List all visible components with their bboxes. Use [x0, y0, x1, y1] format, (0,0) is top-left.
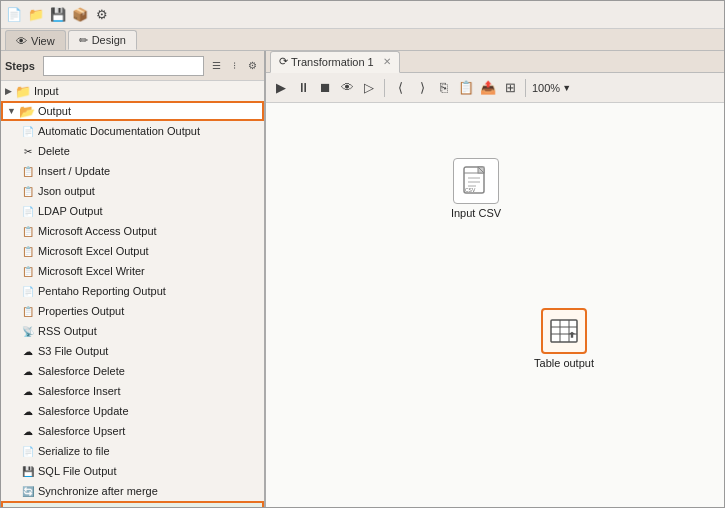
toolbar-save-icon[interactable]: 💾: [49, 6, 67, 24]
table-output-label: Table output: [534, 357, 594, 369]
auto-doc-icon: 📄: [21, 124, 35, 138]
input-csv-svg: CSV: [460, 165, 492, 197]
copy-icon[interactable]: ⎘: [435, 79, 453, 97]
tab-view[interactable]: 👁 View: [5, 30, 66, 50]
toolbar-new-icon[interactable]: 📄: [5, 6, 23, 24]
search-input[interactable]: [43, 56, 204, 76]
table-output-svg: [548, 315, 580, 347]
zoom-value: 100%: [532, 82, 560, 94]
steps-list: ▶ 📁 Input ▼ 📂 Output 📄 Automatic Documen…: [1, 81, 264, 507]
right-panel: ⟳ Transformation 1 ✕ ▶ ⏸ ⏹ 👁 ▷ ⟨ ⟩ ⎘ 📋 📤…: [266, 51, 724, 507]
view-tab-icon: 👁: [16, 35, 27, 47]
list-item[interactable]: 💾 SQL File Output: [1, 461, 264, 481]
paste-icon[interactable]: 📋: [457, 79, 475, 97]
transformation-icon: ⟳: [279, 55, 288, 68]
ldap-icon: 📄: [21, 204, 35, 218]
step-icon[interactable]: ⟩: [413, 79, 431, 97]
input-csv-label: Input CSV: [451, 207, 501, 219]
list-item[interactable]: 📡 RSS Output: [1, 321, 264, 341]
list-item[interactable]: ☁ S3 File Output: [1, 341, 264, 361]
folder-collapse-icon: ▶: [5, 86, 12, 96]
input-csv-node[interactable]: CSV Input CSV: [436, 158, 516, 219]
s3-icon: ☁: [21, 344, 35, 358]
step-back-icon[interactable]: ⟨: [391, 79, 409, 97]
list-item[interactable]: 🔄 Synchronize after merge: [1, 481, 264, 501]
properties-icon: 📋: [21, 304, 35, 318]
main-content: Steps ☰ ⁝ ⚙ ▶ 📁 Input ▼: [1, 51, 724, 507]
tab-design[interactable]: ✏ Design: [68, 30, 137, 50]
sf-delete-icon: ☁: [21, 364, 35, 378]
transformation-close-icon[interactable]: ✕: [383, 56, 391, 67]
play-icon[interactable]: ▶: [272, 79, 290, 97]
header-icon-3[interactable]: ⚙: [244, 58, 260, 74]
list-item[interactable]: 📄 LDAP Output: [1, 201, 264, 221]
top-toolbar: 📄 📁 💾 📦 ⚙: [1, 1, 724, 29]
toolbar-separator-2: [525, 79, 526, 97]
insert-update-icon: 📋: [21, 164, 35, 178]
list-item[interactable]: ☁ Salesforce Update: [1, 401, 264, 421]
rss-icon: 📡: [21, 324, 35, 338]
list-item[interactable]: 📋 Json output: [1, 181, 264, 201]
toolbar-settings-icon[interactable]: ⚙: [93, 6, 111, 24]
list-item[interactable]: 📋 Microsoft Excel Output: [1, 241, 264, 261]
view-design-tab-bar: 👁 View ✏ Design: [1, 29, 724, 51]
grid-icon[interactable]: ⊞: [501, 79, 519, 97]
tab-view-label: View: [31, 35, 55, 47]
toolbar-open-icon[interactable]: 📁: [27, 6, 45, 24]
table-output-node[interactable]: Table output: [524, 308, 604, 369]
table-output-list-item[interactable]: 🗃 Table output: [1, 501, 264, 507]
header-icon-2[interactable]: ⁝: [226, 58, 242, 74]
transformation-tab[interactable]: ⟳ Transformation 1 ✕: [270, 51, 400, 73]
folder-input-label: Input: [34, 85, 58, 97]
ms-access-icon: 📋: [21, 224, 35, 238]
header-icon-1[interactable]: ☰: [208, 58, 224, 74]
run2-icon[interactable]: ▷: [360, 79, 378, 97]
table-output-list-icon: 🗃: [23, 504, 37, 507]
ms-excel-writer-icon: 📋: [21, 264, 35, 278]
folder-output[interactable]: ▼ 📂 Output: [1, 101, 264, 121]
delete-icon: ✂: [21, 144, 35, 158]
list-item[interactable]: 📋 Microsoft Access Output: [1, 221, 264, 241]
toolbar-separator-1: [384, 79, 385, 97]
list-item[interactable]: 📄 Serialize to file: [1, 441, 264, 461]
list-item[interactable]: ☁ Salesforce Upsert: [1, 421, 264, 441]
pause-icon[interactable]: ⏸: [294, 79, 312, 97]
zoom-control: 100% ▼: [532, 82, 571, 94]
folder-output-icon: 📂: [19, 104, 35, 119]
sf-update-icon: ☁: [21, 404, 35, 418]
folder-input-icon: 📁: [15, 84, 31, 99]
app-window: 📄 📁 💾 📦 ⚙ 👁 View ✏ Design Steps ☰ ⁝: [0, 0, 725, 508]
pentaho-icon: 📄: [21, 284, 35, 298]
tab-design-label: Design: [92, 34, 126, 46]
list-item[interactable]: 📋 Insert / Update: [1, 161, 264, 181]
sync-icon: 🔄: [21, 484, 35, 498]
list-item[interactable]: 📄 Automatic Documentation Output: [1, 121, 264, 141]
steps-header: Steps ☰ ⁝ ⚙: [1, 51, 264, 81]
folder-input[interactable]: ▶ 📁 Input: [1, 81, 264, 101]
json-output-icon: 📋: [21, 184, 35, 198]
stop-icon[interactable]: ⏹: [316, 79, 334, 97]
list-item[interactable]: ✂ Delete: [1, 141, 264, 161]
sql-file-icon: 💾: [21, 464, 35, 478]
folder-expand-icon: ▼: [7, 106, 16, 116]
serialize-icon: 📄: [21, 444, 35, 458]
svg-rect-7: [551, 320, 577, 342]
ms-excel-icon: 📋: [21, 244, 35, 258]
transformation-label: Transformation 1: [291, 56, 374, 68]
list-item[interactable]: ☁ Salesforce Insert: [1, 381, 264, 401]
list-item[interactable]: ☁ Salesforce Delete: [1, 361, 264, 381]
transformation-tab-bar: ⟳ Transformation 1 ✕: [266, 51, 724, 73]
list-item[interactable]: 📄 Pentaho Reporting Output: [1, 281, 264, 301]
list-item[interactable]: 📋 Properties Output: [1, 301, 264, 321]
list-item[interactable]: 📋 Microsoft Excel Writer: [1, 261, 264, 281]
canvas-area[interactable]: CSV Input CSV: [266, 103, 724, 507]
export2-icon[interactable]: 📤: [479, 79, 497, 97]
table-output-icon-box: [541, 308, 587, 354]
sf-insert-icon: ☁: [21, 384, 35, 398]
svg-text:CSV: CSV: [465, 187, 476, 193]
eye-icon[interactable]: 👁: [338, 79, 356, 97]
steps-label: Steps: [5, 60, 35, 72]
left-panel: Steps ☰ ⁝ ⚙ ▶ 📁 Input ▼: [1, 51, 266, 507]
toolbar-export-icon[interactable]: 📦: [71, 6, 89, 24]
zoom-dropdown-icon[interactable]: ▼: [562, 83, 571, 93]
